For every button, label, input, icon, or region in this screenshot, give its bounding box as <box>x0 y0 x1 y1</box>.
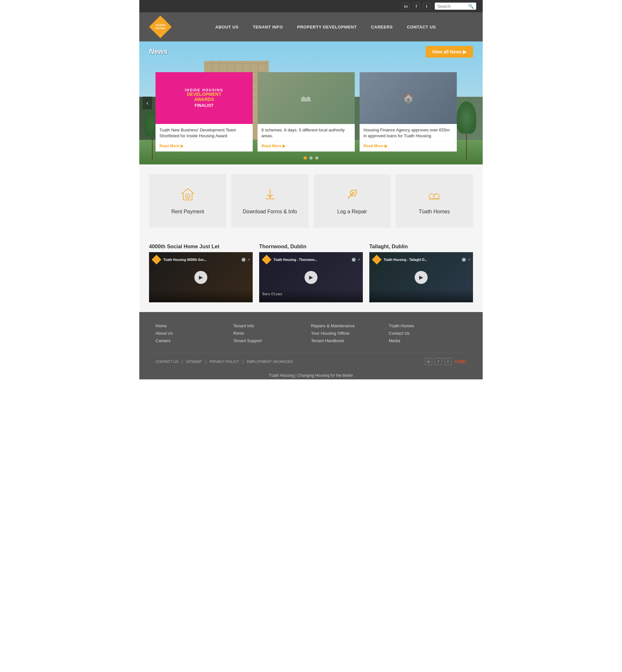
video-col-1: 4000th Social Home Just Let Túath Housin… <box>149 244 253 302</box>
logo[interactable]: TÚATH HOUSING <box>149 15 172 38</box>
linkedin-icon[interactable]: in <box>402 3 410 10</box>
twitter-icon[interactable]: t <box>423 3 430 10</box>
log-repair-label: Log a Repair <box>337 209 367 215</box>
download-forms-icon <box>263 187 277 203</box>
svg-text:€: € <box>187 195 188 198</box>
footer-link-home[interactable]: Home <box>156 323 233 328</box>
clock-icon-3: 🕐 <box>462 258 466 262</box>
video-1-thumb[interactable]: Túath Housing 4000th Soc... 🕐 ↗ ▶ <box>149 252 253 302</box>
footer-link-about[interactable]: About Us <box>156 331 233 336</box>
video-2-thumb[interactable]: Túath Housing - Thornwoo... 🕐 ↗ ▶ Barry … <box>259 252 363 302</box>
quick-link-download-forms[interactable]: Download Forms & Info <box>231 174 309 228</box>
quick-link-tuath-homes[interactable]: Túath Homes <box>395 174 473 228</box>
videos-section: 4000th Social Home Just Let Túath Housin… <box>139 237 483 312</box>
logo-wrap[interactable]: TÚATH HOUSING <box>149 12 178 41</box>
carousel-dot-2[interactable] <box>309 156 313 159</box>
video-2-title: Thornwood, Dublin <box>259 244 363 250</box>
video-3-thumb[interactable]: Túath Housing - Tallaght D... 🕐 ↗ ▶ <box>369 252 473 302</box>
bottom-employment-link[interactable]: EMPLOYMENT VACANCIES <box>247 360 293 364</box>
footer-link-media[interactable]: Media <box>389 338 466 343</box>
footer-facebook-icon[interactable]: f <box>435 358 442 365</box>
share-icon: ↗ <box>247 258 250 262</box>
news-card-1-body: Tuath New Business' Development Team Sho… <box>156 124 253 151</box>
footer-link-contact[interactable]: Contact Us <box>389 331 466 336</box>
video-col-2: Thornwood, Dublin Túath Housing - Thornw… <box>259 244 363 302</box>
carousel-dot-1[interactable] <box>304 156 307 159</box>
news-card-1-image: INSIDE HOUSING DEVELOPMENT AWARDS FINALI… <box>156 72 253 124</box>
footer-link-careers[interactable]: Careers <box>156 338 233 343</box>
footer-columns: Home About Us Careers Tenant Info Rents … <box>156 323 466 343</box>
footer-link-housing-officer[interactable]: Your Housing Officer <box>311 331 389 336</box>
footer-col-2: Tenant Info Rents Tenant Support <box>233 323 311 343</box>
bottom-sitemap-link[interactable]: SITEMAP <box>186 360 202 364</box>
news-card-3-body: Housing Finance Agency approves over €55… <box>359 124 457 151</box>
news-card-3-image: 🏠 <box>359 72 457 124</box>
footer-link-repairs[interactable]: Repairs & Maintenance <box>311 323 389 328</box>
quick-link-rent-payment[interactable]: € Rent Payment <box>149 174 227 228</box>
footer-link-rents[interactable]: Rents <box>233 331 311 336</box>
nav-property-development[interactable]: PROPERTY DEVELOPMENT <box>290 16 364 38</box>
hero-section: News View all News ▶ ‹ INSIDE HOUSING DE… <box>139 41 483 164</box>
footer-link-tenant-support[interactable]: Tenant Support <box>233 338 311 343</box>
nav-contact-us[interactable]: CONTACT US <box>400 16 443 38</box>
video-3-play[interactable]: ▶ <box>415 271 427 284</box>
log-repair-icon <box>345 187 359 203</box>
footer-link-tenant-info[interactable]: Tenant Info <box>233 323 311 328</box>
video-1-overlay: Túath Housing 4000th Soc... 🕐 ↗ <box>151 255 250 264</box>
search-bar[interactable]: 🔍 <box>435 3 476 10</box>
news-card-2-read-more[interactable]: Read More ▶ <box>262 142 351 148</box>
svg-line-6 <box>356 189 357 191</box>
logo-text: TÚATH HOUSING <box>155 24 166 30</box>
footer: Home About Us Careers Tenant Info Rents … <box>139 312 483 370</box>
video-1-title: 4000th Social Home Just Let <box>149 244 253 250</box>
footer-link-handbook[interactable]: Tenant Handbook <box>311 338 389 343</box>
bottom-privacy-link[interactable]: PRIVACY POLICY <box>210 360 239 364</box>
clock-icon-2: 🕐 <box>351 258 356 262</box>
news-card-3-title: Housing Finance Agency approves over €55… <box>364 127 453 139</box>
quick-link-log-repair[interactable]: Log a Repair <box>314 174 391 228</box>
news-card-2-body: 6 schemes. 6 days. 5 different local aut… <box>257 124 355 151</box>
video-3-icons: 🕐 ↗ <box>462 258 471 262</box>
nav-tenant-info[interactable]: TENANT INFO <box>246 16 290 38</box>
footer-twitter-icon[interactable]: t <box>445 358 452 365</box>
video-3-channel: Túath Housing - Tallaght D... <box>384 258 427 262</box>
share-icon-2: ↗ <box>357 258 360 262</box>
nav-careers[interactable]: CAREERS <box>364 16 400 38</box>
news-card-1: INSIDE HOUSING DEVELOPMENT AWARDS FINALI… <box>156 72 253 151</box>
tuath-homes-icon <box>427 187 442 203</box>
footer-bottom-links: CONTACT US | SITEMAP | PRIVACY POLICY | … <box>156 359 293 365</box>
video-1-logo <box>151 255 161 264</box>
facebook-icon[interactable]: f <box>413 3 420 10</box>
share-icon-3: ↗ <box>468 258 471 262</box>
footer-link-tuath-homes[interactable]: Túath Homes <box>389 323 466 328</box>
download-forms-label: Download Forms & Info <box>243 209 297 215</box>
video-2-logo <box>262 255 272 264</box>
news-card-1-read-more[interactable]: Read More ▶ <box>160 142 249 148</box>
award-badge: INSIDE HOUSING DEVELOPMENT AWARDS FINALI… <box>178 88 230 108</box>
video-2-play[interactable]: ▶ <box>305 271 317 284</box>
view-all-news-button[interactable]: View all News ▶ <box>426 46 473 58</box>
carousel-prev-button[interactable]: ‹ <box>143 97 152 109</box>
video-1-play[interactable]: ▶ <box>195 271 207 284</box>
search-input[interactable] <box>437 4 466 9</box>
video-1-channel: Túath Housing 4000th Soc... <box>163 258 207 262</box>
carousel-dots <box>304 156 318 159</box>
clock-icon: 🕐 <box>241 258 246 262</box>
main-nav: ABOUT US TENANT INFO PROPERTY DEVELOPMEN… <box>178 16 473 38</box>
news-label: News <box>149 47 168 56</box>
footer-linkedin-icon[interactable]: in <box>425 358 432 365</box>
rent-payment-label: Rent Payment <box>171 209 204 215</box>
news-card-3-read-more[interactable]: Read More ▶ <box>364 142 453 148</box>
video-3-overlay: Túath Housing - Tallaght D... 🕐 ↗ <box>372 255 471 264</box>
news-card-2-image: 🏘 <box>257 72 355 124</box>
video-1-icons: 🕐 ↗ <box>241 258 250 262</box>
video-2-overlay: Túath Housing - Thornwoo... 🕐 ↗ <box>262 255 360 264</box>
footer-bottom: CONTACT US | SITEMAP | PRIVACY POLICY | … <box>156 353 466 365</box>
video-2-channel: Túath Housing - Thornwoo... <box>273 258 317 262</box>
carousel-dot-3[interactable] <box>315 156 318 159</box>
social-icons: in f t <box>402 3 430 10</box>
nav-about-us[interactable]: ABOUT US <box>208 16 246 38</box>
bottom-contact-link[interactable]: CONTACT US <box>156 360 178 364</box>
footer-tagline: Túath Housing | Changing Housing for the… <box>139 370 483 379</box>
news-card-1-title: Tuath New Business' Development Team Sho… <box>160 127 249 139</box>
